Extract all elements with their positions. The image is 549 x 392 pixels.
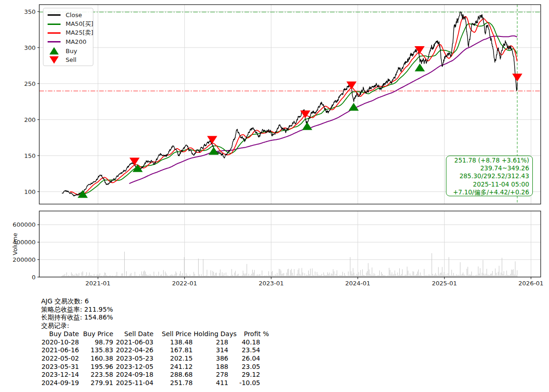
volume-axis-label: Volume [12,233,18,255]
trade-row: 2024-09-19279.912025-11-04251.78411-10.0… [41,379,269,387]
trade-cell: 2023-05-23 [113,355,153,363]
trade-cell: 40.18 [228,338,260,347]
trade-table: Buy DateBuy PriceSell DateSell PriceHold… [41,330,269,387]
volume-tick-label: 600000 [12,221,36,228]
trade-cell: 2024-09-19 [41,379,79,387]
trade-cell: -10.05 [228,379,260,387]
trade-table-header: Buy DateBuy PriceSell DateSell PriceHold… [41,330,269,338]
price-tick-label: 300 [24,44,36,51]
trade-cell: 2024-09-18 [113,371,153,379]
trade-row: 2022-05-02160.382023-05-23202.1538626.04 [41,355,269,363]
trade-cell: 26.04 [228,355,260,363]
sell-marker [347,82,357,90]
trade-cell: 288.68 [153,371,193,379]
sell-marker [300,110,311,118]
buy-marker-icon [49,47,59,54]
strategy-summary: AJG 交易次数: 6 策略总收益率: 211.95% 长期持有收益: 154.… [41,297,269,387]
date-tick-label: 2022-01 [172,280,197,287]
ma200-line-swatch [48,41,61,42]
trade-row: 2020-10-2898.792021-06-03138.4821840.18 [41,338,269,347]
trade-cell: 2020-10-28 [41,338,79,347]
price-tick-label: 200 [24,116,36,123]
trade-cell: 23.54 [228,346,260,355]
trade-cell: 23.05 [228,363,260,371]
legend-label: MA50[买] [66,20,93,28]
trade-row: 2023-05-31195.962023-12-05241.1218823.05 [41,363,269,371]
close-line-swatch [48,14,61,16]
date-tick-label: 2025-01 [432,280,457,287]
volume-bars [62,252,517,277]
trade-row: 2023-12-14223.582024-09-18288.6827829.12 [41,371,269,379]
date-tick-label: 2021-01 [85,280,110,287]
trade-cell: 411 [193,379,228,387]
volume-axes-frame [39,211,541,277]
trade-cell: 218 [193,338,228,347]
legend-label: Buy [66,48,77,54]
trade-cell: 2021-06-16 [41,346,79,355]
trade-cell: 2022-05-02 [41,355,79,363]
trade-cell: 314 [193,346,228,355]
legend-item-close: Close [43,11,93,19]
trade-col-header: Buy Date [41,330,79,338]
ma25-line-swatch [48,32,61,34]
trade-cell: 195.96 [79,363,113,371]
price-tick-label: 350 [24,8,36,15]
volume-tick-label: 200000 [12,256,36,263]
last-quote-info-box: 251.78 (+8.78 +3.61%) 239.74~349.26 285.… [446,156,533,196]
trade-cell: 2023-05-31 [41,363,79,371]
price-tick-label: 100 [24,188,36,195]
trade-cell: 2022-04-26 [113,346,153,355]
legend-item-ma50: MA50[买] [43,19,93,28]
info-line-ma-values: 285.30/292.52/312.43 [447,172,529,180]
date-tick-label: 2023-01 [259,280,284,287]
legend-item-sell: Sell [43,55,93,64]
info-line-datetime: 2025-11-04 05:00 [447,181,529,188]
legend-label: MA25[卖] [66,29,93,37]
trade-cell: 251.78 [153,379,193,387]
info-line-bias: +7.10/偏多/+4.42/+0.26 [447,188,529,196]
trade-cell: 2021-06-03 [113,338,153,347]
trade-cell: 160.38 [79,355,113,363]
info-line-last-price: 251.78 (+8.78 +3.61%) [447,157,529,164]
trade-col-header: Holding Days [191,330,237,338]
trade-cell: 138.48 [153,338,193,347]
date-tick-label: 2026-01 [518,280,543,287]
summary-strategy-return: 策略总收益率: 211.95% [41,306,269,314]
legend-item-buy: Buy [43,47,93,55]
legend-item-ma25: MA25[卖] [43,29,93,37]
trade-row: 2021-06-16135.832022-04-26167.8131423.54 [41,346,269,355]
price-tick-label: 150 [24,152,36,159]
date-tick-label: 2024-01 [345,280,370,287]
trade-cell: 167.81 [153,346,193,355]
trade-cell: 2025-11-04 [113,379,153,387]
summary-trade-count: AJG 交易次数: 6 [41,297,269,306]
ma50-line-swatch [48,24,61,25]
buy-marker [302,122,312,130]
trade-cell: 188 [193,363,228,371]
trade-cell: 2023-12-05 [113,363,153,371]
price-tick-label: 250 [24,80,36,87]
gridlines [39,5,541,277]
info-line-range: 239.74~349.26 [447,164,529,172]
trade-cell: 29.12 [228,371,260,379]
trade-cell: 386 [193,355,228,363]
legend-label: Sell [66,56,76,63]
trade-cell: 2023-12-14 [41,371,79,379]
legend-label: MA200 [66,38,86,45]
trade-cell: 98.79 [79,338,113,347]
trade-cell: 202.15 [153,355,193,363]
trade-cell: 279.91 [79,379,113,387]
summary-records-label: 交易记录: [41,322,269,330]
trade-cell: 223.58 [79,371,113,379]
volume-tick-label: 0 [32,274,36,281]
summary-hold-return: 长期持有收益: 154.86% [41,314,269,322]
trade-cell: 278 [193,371,228,379]
buy-marker [415,63,425,71]
trade-col-header: Buy Price [79,330,113,338]
sell-marker-icon [49,56,59,64]
trade-cell: 135.83 [79,346,113,355]
trade-col-header: Profit % [237,330,269,338]
chart-legend: CloseMA50[买]MA25[卖]MA200BuySell [43,8,93,66]
trade-col-header: Sell Price [153,330,191,338]
stock-strategy-figure: 1001502002503003500200000400000600000202… [0,0,549,392]
